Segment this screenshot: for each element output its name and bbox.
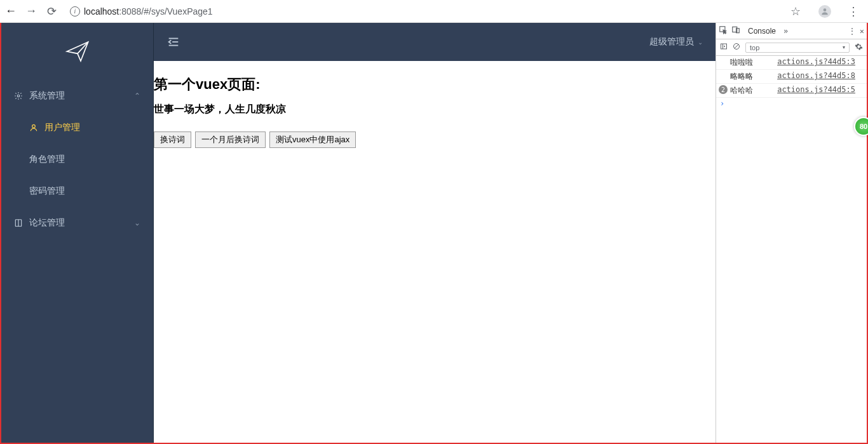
logo: [1, 23, 153, 80]
chevron-up-icon: ⌃: [134, 91, 140, 100]
paper-plane-icon: [65, 39, 90, 64]
console-prompt[interactable]: ›: [716, 98, 867, 109]
test-vuex-ajax-button[interactable]: 测试vuex中使用ajax: [269, 131, 356, 148]
forward-button[interactable]: →: [25, 6, 37, 17]
sidebar-item-role-mgmt[interactable]: 角色管理: [1, 144, 153, 175]
log-source-link[interactable]: actions.js?44d5:3: [777, 57, 855, 68]
inspect-icon[interactable]: [719, 25, 728, 36]
devtools-tabs: Console » ⋮ ✕: [716, 23, 867, 39]
change-poem-later-button[interactable]: 一个月后换诗词: [195, 131, 266, 148]
devtools-close-icon[interactable]: ✕: [860, 27, 864, 36]
context-label: top: [750, 44, 759, 51]
user-icon: [29, 123, 38, 132]
console-log-row: 略略略 actions.js?44d5:8: [716, 70, 867, 84]
sidebar: 系统管理 ⌃ 用户管理 角色管理 密码管理 论坛管理 ⌄: [1, 23, 154, 443]
browser-menu-icon[interactable]: ⋮: [844, 4, 863, 18]
reload-button[interactable]: ⟳: [46, 6, 57, 17]
user-label: 超级管理员: [649, 36, 694, 48]
svg-rect-11: [721, 44, 727, 49]
sidebar-item-label: 用户管理: [44, 122, 80, 133]
chevron-down-icon: ⌄: [698, 39, 703, 46]
user-dropdown[interactable]: 超级管理员 ⌄: [649, 36, 703, 48]
svg-point-0: [824, 8, 827, 11]
context-selector[interactable]: top ▾: [745, 43, 850, 53]
page-content: 第一个vuex页面: 世事一场大梦，人生几度秋凉 换诗词 一个月后换诗词 测试v…: [154, 61, 715, 443]
console-sidebar-toggle-icon[interactable]: [720, 43, 728, 52]
main-area: 超级管理员 ⌄ 第一个vuex页面: 世事一场大梦，人生几度秋凉 换诗词 一个月…: [154, 23, 715, 443]
sidebar-item-label: 密码管理: [29, 185, 65, 197]
log-message: 啦啦啦: [730, 57, 753, 68]
bookmark-icon[interactable]: ☆: [785, 4, 806, 18]
book-icon: [14, 219, 23, 227]
devtools-panel: Console » ⋮ ✕ top ▾ 啦啦啦 actions.j: [715, 23, 867, 443]
svg-point-1: [17, 95, 20, 97]
change-poem-button[interactable]: 换诗词: [154, 131, 191, 148]
log-message: 哈哈哈: [730, 85, 753, 96]
url-text: localhost:8088/#/sys/VuexPage1: [84, 6, 213, 17]
clear-console-icon[interactable]: [733, 43, 740, 52]
browser-toolbar: ← → ⟳ i localhost:8088/#/sys/VuexPage1 ☆…: [0, 0, 868, 23]
sidebar-group-label: 系统管理: [29, 90, 65, 102]
sidebar-item-label: 角色管理: [29, 154, 65, 165]
sidebar-item-password-mgmt[interactable]: 密码管理: [1, 175, 153, 207]
url-port: :8088: [119, 6, 141, 17]
log-count-badge: 2: [719, 85, 728, 94]
device-toggle-icon[interactable]: [731, 25, 740, 36]
devtools-kebab-icon[interactable]: ⋮: [848, 27, 856, 36]
collapse-sidebar-button[interactable]: [166, 35, 180, 49]
profile-avatar-icon[interactable]: [818, 5, 831, 18]
console-log-list: 啦啦啦 actions.js?44d5:3 略略略 actions.js?44d…: [716, 56, 867, 98]
svg-point-2: [32, 124, 36, 128]
devtools-console-toolbar: top ▾: [716, 39, 867, 56]
chevron-down-icon: ▾: [843, 44, 845, 50]
log-source-link[interactable]: actions.js?44d5:5: [777, 85, 855, 96]
log-source-link[interactable]: actions.js?44d5:8: [777, 71, 855, 82]
top-bar: 超级管理员 ⌄: [154, 23, 715, 61]
svg-line-14: [735, 44, 738, 48]
floating-badge[interactable]: 80: [854, 117, 868, 136]
sidebar-item-user-mgmt[interactable]: 用户管理: [1, 112, 153, 144]
log-message: 略略略: [730, 71, 753, 82]
tab-console[interactable]: Console: [744, 23, 780, 39]
site-info-icon[interactable]: i: [70, 6, 80, 17]
gear-icon: [14, 91, 23, 100]
more-tabs-icon[interactable]: »: [783, 27, 788, 36]
button-row: 换诗词 一个月后换诗词 测试vuex中使用ajax: [154, 131, 715, 148]
console-log-row: 啦啦啦 actions.js?44d5:3: [716, 56, 867, 70]
page-subtitle: 世事一场大梦，人生几度秋凉: [154, 103, 715, 116]
sidebar-group-forum[interactable]: 论坛管理 ⌄: [1, 207, 153, 239]
address-bar[interactable]: i localhost:8088/#/sys/VuexPage1: [66, 6, 776, 17]
console-log-row: 2 哈哈哈 actions.js?44d5:5: [716, 84, 867, 98]
sidebar-group-system[interactable]: 系统管理 ⌃: [1, 80, 153, 112]
app-shell: 系统管理 ⌃ 用户管理 角色管理 密码管理 论坛管理 ⌄ 超级管理员 ⌄: [0, 23, 868, 444]
chevron-down-icon: ⌄: [134, 219, 140, 227]
page-title: 第一个vuex页面:: [154, 75, 715, 94]
sidebar-group-label: 论坛管理: [29, 217, 65, 229]
console-settings-icon[interactable]: [855, 43, 863, 53]
url-path: /#/sys/VuexPage1: [141, 6, 212, 17]
url-host: localhost: [84, 6, 119, 17]
back-button[interactable]: ←: [5, 6, 17, 17]
